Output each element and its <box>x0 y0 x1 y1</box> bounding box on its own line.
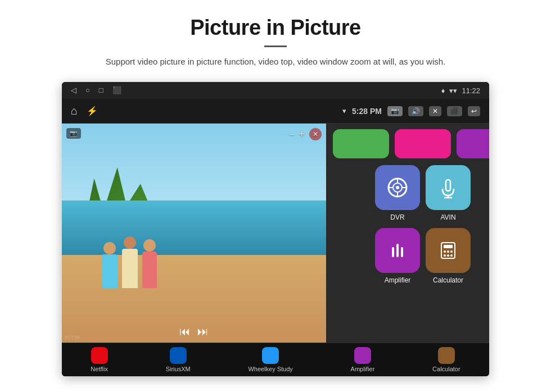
pip-prev-button[interactable]: ⏮ <box>179 325 191 338</box>
status-right-icons: ♦ ▾▾ 11:22 <box>441 86 480 95</box>
pip-control-bar[interactable]: − + ✕ <box>289 128 322 140</box>
page-subtitle: Support video picture in picture functio… <box>34 55 517 69</box>
app-row-bottom: Amplifier <box>333 228 489 284</box>
person-3 <box>142 239 157 288</box>
pip-close-button[interactable]: ✕ <box>309 128 322 140</box>
bottom-netflix[interactable]: Netflix <box>91 347 108 372</box>
pip-button[interactable]: ⬛ <box>447 106 462 116</box>
watermark: YC720 <box>64 335 80 340</box>
svg-rect-11 <box>396 244 399 257</box>
netflix-bottom-icon <box>91 347 108 364</box>
title-divider <box>264 45 287 47</box>
svg-rect-14 <box>444 245 453 248</box>
location-icon: ♦ <box>441 86 445 95</box>
nav-right-area: ▾ 5:28 PM 📷 🔊 ✕ ⬛ ↩ <box>342 106 480 116</box>
close-button[interactable]: ✕ <box>429 106 441 116</box>
svg-rect-12 <box>401 247 403 257</box>
svg-rect-7 <box>446 180 450 191</box>
wheelkey-placeholder <box>457 129 489 158</box>
bottom-app-bar: Netflix SiriusXM Wheelkey Study Amplifie… <box>62 343 489 376</box>
bottom-wheelkey[interactable]: Wheelkey Study <box>248 347 292 372</box>
person-1 <box>102 242 118 288</box>
app-row-placeholders <box>333 129 489 158</box>
pip-expand-button[interactable]: + <box>299 129 305 140</box>
amplifier-label: Amplifier <box>385 276 411 284</box>
bottom-siriusxm[interactable]: SiriusXM <box>166 347 191 372</box>
usb-icon: ⚡ <box>87 106 98 116</box>
amplifier-icon <box>375 228 420 273</box>
avin-icon <box>426 165 471 210</box>
svg-point-16 <box>447 250 449 253</box>
app-grid: DVR AVIN <box>326 124 489 343</box>
pip-next-button[interactable]: ⏭ <box>197 325 209 338</box>
bottom-calculator[interactable]: Calculator <box>432 347 460 372</box>
wifi-icon: ▾▾ <box>449 86 457 95</box>
dvr-icon <box>375 165 420 210</box>
home-circle-icon[interactable]: ○ <box>85 86 90 95</box>
wheelkey-bottom-label: Wheelkey Study <box>248 366 292 372</box>
main-content: 📷 − + ✕ ⏮ ⏭ YC720 <box>62 124 489 343</box>
status-nav-icons: ◁ ○ □ ⬛ <box>71 86 121 95</box>
status-time: 11:22 <box>462 86 480 95</box>
home-icon[interactable]: ⌂ <box>71 104 78 117</box>
svg-point-17 <box>450 250 453 253</box>
camera-button[interactable]: 📷 <box>387 106 403 116</box>
avin-label: AVIN <box>440 213 455 221</box>
status-bar: ◁ ○ □ ⬛ ♦ ▾▾ 11:22 <box>62 82 489 99</box>
dvr-app[interactable]: DVR <box>375 165 420 221</box>
svg-point-15 <box>444 250 446 253</box>
device-screen: ◁ ○ □ ⬛ ♦ ▾▾ 11:22 ⌂ ⚡ ▾ 5:28 PM 📷 🔊 ✕ ⬛… <box>62 82 489 376</box>
pip-video: 📷 − + ✕ ⏮ ⏭ YC720 <box>62 124 326 343</box>
netflix-bottom-label: Netflix <box>91 366 108 372</box>
people-scene <box>102 236 157 288</box>
svg-point-19 <box>447 254 449 257</box>
nav-bar: ⌂ ⚡ ▾ 5:28 PM 📷 🔊 ✕ ⬛ ↩ <box>62 99 489 124</box>
amplifier-bottom-icon <box>354 347 371 364</box>
wifi-signal-icon: ▾ <box>342 107 346 115</box>
volume-button[interactable]: 🔊 <box>408 106 423 116</box>
video-scene <box>62 124 326 343</box>
nav-left-icons: ⌂ ⚡ <box>71 104 98 117</box>
amplifier-bottom-label: Amplifier <box>351 366 375 372</box>
svg-rect-10 <box>392 247 394 257</box>
amplifier-app[interactable]: Amplifier <box>375 228 420 284</box>
svg-point-2 <box>396 186 399 189</box>
calculator-bottom-icon <box>438 347 455 364</box>
sirius-bottom-icon <box>170 347 187 364</box>
back-icon[interactable]: ◁ <box>71 86 76 95</box>
pip-video-container[interactable]: 📷 − + ✕ ⏮ ⏭ YC720 <box>62 124 326 343</box>
recents-icon[interactable]: □ <box>99 86 103 95</box>
dvr-label: DVR <box>390 213 404 221</box>
svg-point-18 <box>444 254 446 257</box>
back-nav-button[interactable]: ↩ <box>468 106 480 116</box>
netflix-placeholder <box>333 129 389 158</box>
bottom-amplifier[interactable]: Amplifier <box>351 347 375 372</box>
page-title: Picture in Picture <box>34 16 517 40</box>
svg-point-20 <box>450 254 453 257</box>
page-header: Picture in Picture Support video picture… <box>0 0 551 78</box>
calculator-icon <box>426 228 471 273</box>
person-2 <box>122 236 138 288</box>
sirius-bottom-label: SiriusXM <box>166 366 191 372</box>
calculator-app[interactable]: Calculator <box>426 228 471 284</box>
screenshot-icon[interactable]: ⬛ <box>112 86 121 95</box>
calculator-label: Calculator <box>433 276 463 284</box>
avin-app[interactable]: AVIN <box>426 165 471 221</box>
pip-playback-controls[interactable]: ⏮ ⏭ <box>179 325 209 338</box>
pip-minimize-button[interactable]: − <box>289 129 295 140</box>
pip-top-label: 📷 <box>66 128 81 139</box>
calculator-bottom-label: Calculator <box>432 366 460 372</box>
sirius-placeholder <box>395 129 451 158</box>
app-row-top: DVR AVIN <box>333 165 489 221</box>
nav-time: 5:28 PM <box>352 107 382 116</box>
wheelkey-bottom-icon <box>262 347 279 364</box>
